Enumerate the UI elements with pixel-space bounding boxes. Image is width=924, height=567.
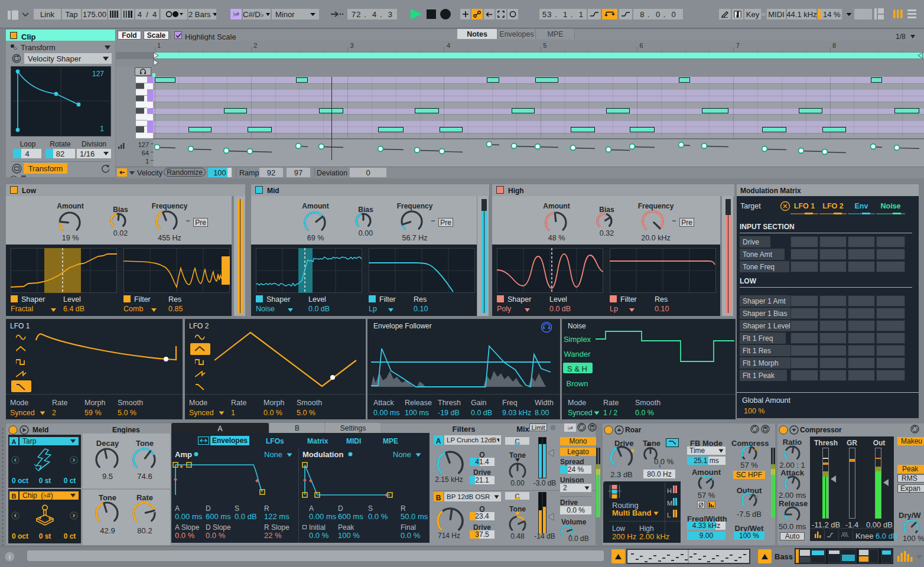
svg-text:127: 127 [92,70,104,78]
svg-text:1: 1 [100,125,104,133]
svg-text:i: i [9,554,11,561]
